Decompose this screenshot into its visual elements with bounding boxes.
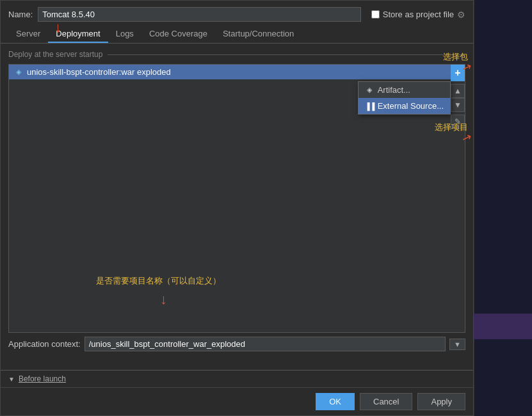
move-down-button[interactable]: ▼ [451, 98, 465, 112]
bottom-buttons: OK Cancel Apply [1, 387, 473, 415]
collapse-icon: ▼ [8, 376, 15, 383]
deploy-section-label: Deploy at the server startup [8, 50, 465, 59]
name-input[interactable] [38, 7, 360, 22]
tab-server[interactable]: Server [8, 26, 48, 43]
run-config-dialog: Name: Store as project file ⚙ Server Dep… [0, 0, 474, 416]
deploy-panel: ◈ unios-skill-bspt-controller:war explod… [8, 64, 465, 333]
before-launch-label: Before launch [19, 374, 66, 383]
artifact-menu-icon: ◈ [365, 86, 374, 94]
store-label: Store as project file [383, 10, 454, 19]
right-sidebar [474, 0, 532, 416]
deploy-item-label: unios-skill-bspt-controller:war exploded [27, 67, 171, 77]
context-dropdown-button[interactable]: ▼ [449, 339, 465, 350]
tab-startup[interactable]: Startup/Connection [215, 26, 302, 43]
context-row: Application context: ▼ [8, 337, 465, 351]
external-source-icon: ▐▐ [365, 102, 374, 110]
before-launch-section: ▼ Before launch [1, 370, 473, 387]
tab-logs[interactable]: Logs [108, 26, 141, 43]
content-area: Deploy at the server startup ◈ unios-ski… [1, 44, 473, 367]
dropdown-artifact[interactable]: ◈ Artifact... [359, 82, 450, 98]
sidebar-accent [474, 314, 532, 339]
tab-deployment[interactable]: Deployment [48, 26, 108, 43]
store-checkbox[interactable] [371, 10, 380, 19]
before-launch-header[interactable]: ▼ Before launch [8, 374, 465, 383]
dropdown-external-source[interactable]: ▐▐ External Source... [359, 98, 450, 114]
external-source-label: External Source... [378, 101, 444, 111]
move-up-button[interactable]: ▲ [451, 84, 465, 98]
plus-button[interactable]: + [451, 65, 465, 81]
artifact-icon: ◈ [14, 68, 23, 77]
deploy-item[interactable]: ◈ unios-skill-bspt-controller:war explod… [9, 65, 465, 79]
store-checkbox-row: Store as project file ⚙ [371, 10, 465, 20]
tabs-row: Server Deployment Logs Code Coverage Sta… [1, 26, 473, 44]
cancel-button[interactable]: Cancel [360, 393, 412, 410]
apply-button[interactable]: Apply [417, 393, 465, 410]
artifact-label: Artifact... [378, 85, 410, 95]
tab-code-coverage[interactable]: Code Coverage [141, 26, 215, 43]
name-label: Name: [8, 10, 33, 19]
context-label: Application context: [8, 339, 81, 349]
ok-button[interactable]: OK [316, 393, 355, 410]
edit-button[interactable]: ✎ [451, 115, 465, 129]
gear-icon[interactable]: ⚙ [457, 10, 465, 20]
name-row: Name: Store as project file ⚙ [1, 1, 473, 26]
context-input[interactable] [85, 337, 446, 351]
dropdown-popup: ◈ Artifact... ▐▐ External Source... [358, 81, 451, 115]
side-buttons: ▲ ▼ ✎ [451, 84, 465, 129]
